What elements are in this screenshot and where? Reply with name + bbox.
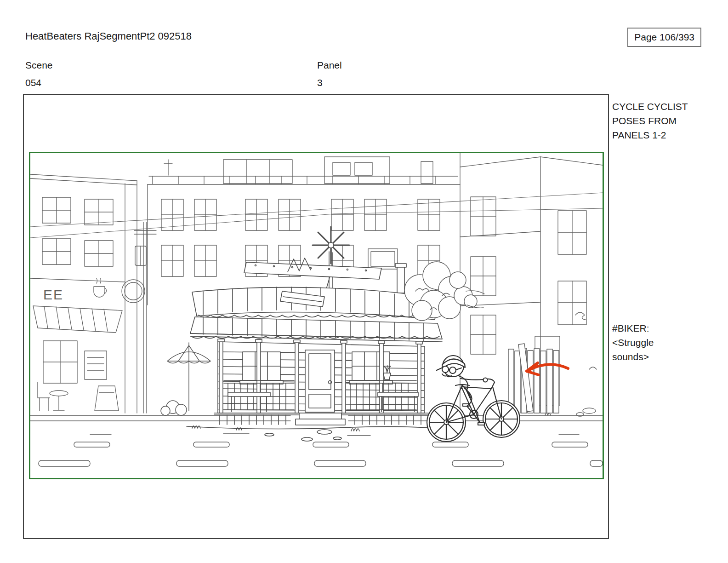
camera-frame: EE bbox=[29, 152, 604, 479]
windmill-fan bbox=[313, 227, 349, 292]
umbrella bbox=[161, 343, 210, 415]
cafe-left: EE bbox=[30, 174, 145, 413]
utility-pole bbox=[134, 222, 156, 413]
power-lines bbox=[30, 193, 603, 238]
panel-number: 3 bbox=[317, 77, 323, 88]
foliage bbox=[404, 262, 484, 321]
cafe-sign-text: EE bbox=[43, 287, 63, 302]
shack bbox=[187, 227, 442, 441]
storyboard-drawing: EE bbox=[30, 153, 603, 478]
document-title: HeatBeaters RajSegmentPt2 092518 bbox=[25, 30, 192, 42]
scene-label: Scene bbox=[25, 60, 53, 71]
page-number-badge: Page 106/393 bbox=[627, 28, 701, 47]
bicycle bbox=[427, 379, 520, 442]
fence bbox=[508, 344, 559, 415]
storyboard-page: HeatBeaters RajSegmentPt2 092518 Page 10… bbox=[0, 0, 728, 563]
action-note: CYCLE CYCLIST POSES FROM PANELS 1-2 bbox=[612, 99, 711, 142]
sound-note: #BIKER: <Struggle sounds> bbox=[612, 321, 711, 364]
panel-label: Panel bbox=[317, 60, 342, 71]
scene-number: 054 bbox=[25, 77, 41, 88]
panel-border: EE bbox=[23, 94, 609, 539]
